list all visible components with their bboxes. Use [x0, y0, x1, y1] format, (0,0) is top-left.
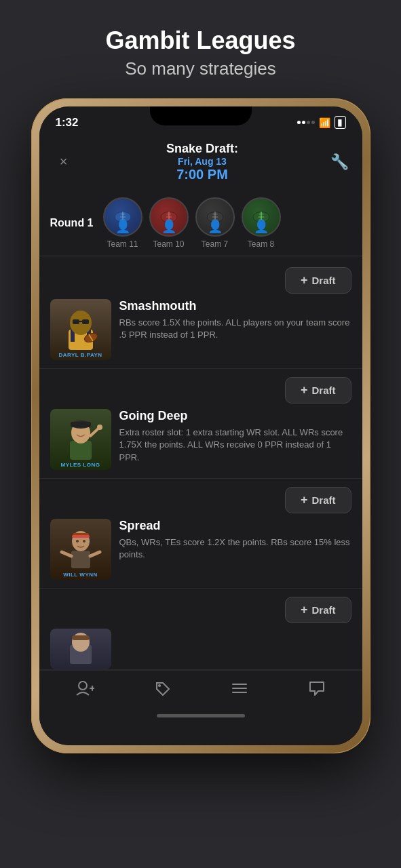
nav-list[interactable]: [231, 680, 248, 696]
settings-icon[interactable]: 🔧: [330, 153, 349, 171]
nav-chat[interactable]: [308, 680, 326, 696]
strategy-name-spread: Spread: [119, 519, 351, 533]
card-text-smashmouth: Smashmouth RBs score 1.5X the points. AL…: [119, 299, 351, 342]
strategy-card-4: + Draft: [39, 589, 362, 670]
team-11-label: Team 11: [107, 239, 138, 249]
strategy-card-goingdeep: + Draft: [39, 369, 362, 479]
page-subheadline: So many strategies: [125, 58, 276, 79]
header-time: 7:00 PM: [75, 167, 330, 182]
page-wrapper: Gambit Leagues So many strategies 1:32 📶…: [0, 0, 401, 868]
header-date: Fri, Aug 13: [75, 156, 330, 167]
app-header: × Snake Draft: Fri, Aug 13 7:00 PM 🔧: [39, 135, 362, 191]
strategy-name-smashmouth: Smashmouth: [119, 299, 351, 313]
svg-point-42: [83, 540, 85, 542]
card-body-4: [50, 629, 351, 669]
bottom-nav: [39, 670, 362, 710]
team-8-label: Team 8: [248, 239, 274, 249]
draft-btn-row-2: + Draft: [50, 377, 351, 403]
card-body-goingdeep: MYLES LONG Going Deep Extra roster slot:…: [50, 409, 351, 470]
team-10-label: Team 10: [153, 239, 184, 249]
character-smashmouth: DARYL B.PAYN: [50, 299, 111, 360]
team-avatar-7[interactable]: 👤 Team 7: [195, 197, 235, 249]
team-7-ball: 👤: [195, 197, 235, 237]
round-label: Round 1: [50, 217, 96, 229]
strategy-card-smashmouth: + Draft: [39, 259, 362, 369]
draft-button-4[interactable]: + Draft: [285, 597, 351, 623]
phone-notch: [150, 106, 252, 125]
team-avatar-8[interactable]: 👤 Team 8: [242, 197, 281, 249]
svg-rect-35: [71, 551, 90, 568]
phone-shell: 1:32 📶 ▮ × Snake Draft: Fri, Aug 13: [31, 98, 370, 753]
home-bar: [157, 714, 245, 717]
wifi-icon: 📶: [319, 117, 330, 128]
draft-btn-label-3: Draft: [311, 494, 335, 506]
spread-svg: [54, 522, 108, 576]
app-content: × Snake Draft: Fri, Aug 13 7:00 PM 🔧 Rou…: [39, 135, 362, 745]
draft-btn-label-2: Draft: [311, 384, 335, 396]
svg-point-34: [97, 425, 102, 430]
list-icon: [231, 680, 248, 696]
strategy-list: + Draft: [39, 259, 362, 670]
strategy-desc-goingdeep: Extra roster slot: 1 extra starting WR s…: [119, 427, 351, 465]
team-7-label: Team 7: [202, 239, 228, 249]
draft-plus-icon-2: +: [301, 383, 308, 397]
draft-btn-row-4: + Draft: [50, 597, 351, 623]
draft-plus-icon-3: +: [301, 493, 308, 507]
svg-point-41: [76, 540, 79, 542]
home-indicator: [39, 710, 362, 724]
character-spread: WILL WYNN: [50, 519, 111, 580]
card-body-spread: WILL WYNN Spread QBs, WRs, TEs score 1.2…: [50, 519, 351, 580]
page-headline: Gambit Leagues: [105, 27, 295, 54]
team-avatar-10[interactable]: 👤 Team 10: [149, 197, 189, 249]
strategy-desc-smashmouth: RBs score 1.5X the points. ALL players o…: [119, 317, 351, 342]
round-divider: [39, 256, 362, 256]
svg-rect-29: [70, 441, 92, 460]
team-10-ball: 👤: [149, 197, 189, 237]
char4-svg: [54, 631, 108, 669]
draft-plus-icon-4: +: [301, 603, 308, 617]
goingdeep-svg: [54, 412, 108, 467]
svg-rect-25: [82, 319, 89, 324]
draft-button-spread[interactable]: + Draft: [285, 487, 351, 513]
character-goingdeep: MYLES LONG: [50, 409, 111, 470]
status-icons: 📶 ▮: [297, 116, 346, 129]
character-4: [50, 629, 111, 669]
strategy-name-goingdeep: Going Deep: [119, 409, 351, 423]
strategy-desc-spread: QBs, WRs, TEs score 1.2X the points. RBs…: [119, 536, 351, 562]
svg-point-49: [158, 684, 161, 687]
header-title: Snake Draft:: [166, 142, 238, 155]
nav-tag[interactable]: [154, 680, 172, 696]
battery-icon: ▮: [335, 116, 346, 129]
svg-line-40: [90, 552, 100, 556]
card-body-smashmouth: DARYL B.PAYN Smashmouth RBs score 1.5X t…: [50, 299, 351, 360]
card-text-spread: Spread QBs, WRs, TEs score 1.2X the poin…: [119, 519, 351, 562]
status-time: 1:32: [56, 116, 79, 130]
draft-btn-row-1: + Draft: [50, 267, 351, 294]
draft-btn-row-3: + Draft: [50, 487, 351, 513]
svg-rect-45: [72, 635, 90, 640]
smashmouth-svg: [54, 302, 108, 357]
card-text-goingdeep: Going Deep Extra roster slot: 1 extra st…: [119, 409, 351, 465]
draft-btn-label-1: Draft: [311, 275, 335, 286]
draft-button-smashmouth[interactable]: + Draft: [285, 267, 351, 294]
header-center: Snake Draft: Fri, Aug 13 7:00 PM: [75, 142, 330, 182]
phone-inner: 1:32 📶 ▮ × Snake Draft: Fri, Aug 13: [39, 106, 362, 745]
team-11-ball: 👤: [103, 197, 142, 237]
svg-line-39: [62, 552, 71, 556]
nav-add-user[interactable]: [75, 680, 94, 696]
chat-icon: [308, 680, 326, 696]
close-button[interactable]: ×: [53, 154, 75, 170]
team-8-ball: 👤: [242, 197, 281, 237]
strategy-card-spread: + Draft: [39, 479, 362, 589]
svg-rect-38: [72, 535, 90, 538]
draft-plus-icon: +: [301, 273, 308, 288]
round-row: Round 1 👤: [39, 191, 362, 253]
svg-rect-24: [73, 319, 79, 324]
add-user-icon: [75, 680, 94, 696]
tag-icon: [154, 680, 172, 696]
svg-rect-32: [71, 422, 91, 427]
signal-icon: [297, 121, 315, 124]
svg-point-46: [79, 682, 87, 690]
team-avatar-11[interactable]: 👤 Team 11: [103, 197, 142, 249]
draft-button-goingdeep[interactable]: + Draft: [285, 377, 351, 403]
